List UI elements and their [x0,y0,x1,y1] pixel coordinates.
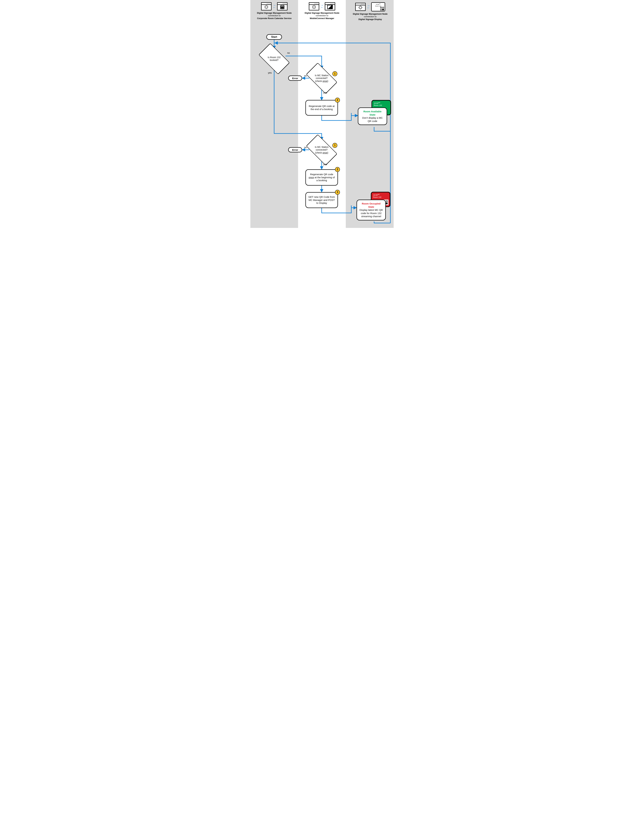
window-icon: ▢▢▢ [309,2,319,11]
header-line: Digital Signage Management Node [353,13,388,15]
header-line: Digital Signage Display [359,18,382,20]
header-line: connection to [268,14,281,17]
svg-rect-7 [380,7,382,8]
header-card-display: ▢▢▢ →← 10:00AM Room 132 Digital Signage … [351,2,390,21]
edge-label-yes: yes [268,71,272,74]
diagram-page: ▢▢▢ →← ▢▢▢ Digital Signage Management No… [250,0,394,228]
svg-rect-15 [386,201,388,202]
state-card-available: Room Available State Don’t display a MC … [358,107,387,125]
svg-rect-3 [283,7,284,8]
line: connected? [316,149,328,151]
badge-number: 1 [334,144,336,147]
line-underline: once [322,80,327,82]
screen-time-suffix: AM [378,194,380,195]
process-get-post: GET new QR Code from MC Manager and POST… [305,192,338,208]
qr-icon [380,7,384,11]
decision-mc-connected-1: Is MC Station connected? (check once) [308,68,336,89]
badge-number: 2 [337,99,338,101]
header-caption: Digital Signage Management Node connecti… [304,12,340,20]
svg-rect-12 [382,10,383,10]
svg-rect-2 [282,7,283,8]
screen-room: Room 132 [373,196,382,198]
calendar-icon [279,5,285,9]
display-preview-icon: 10:00AM Room 132 [371,2,385,11]
window-icon: ▢▢▢ [355,3,366,11]
header-line: Digital Signage Management Node [305,12,339,14]
line-underline: once [322,152,327,154]
svg-rect-5 [282,8,283,8]
header-line: connection to [364,15,376,18]
process-text: Regenerate QR code once at the beginning… [308,173,335,182]
process-text: GET new QR Code from MC Manager and POST… [308,196,335,205]
node-icon [358,5,363,10]
svg-rect-13 [383,10,384,10]
edge-label-no: no [304,146,307,149]
svg-rect-9 [380,9,382,10]
header-card-manager: ▢▢▢ →← ▢▢▢ Digital Signage Management No… [304,2,340,20]
decision-mc-connected-2: Is MC Station connected? (check once) [308,139,336,161]
state-title: Room Available State [360,110,384,116]
window-icon: ▢▢▢ [325,2,335,11]
terminator-label: Error [292,149,298,151]
svg-rect-19 [386,204,386,204]
sync-arrows-icon: →← [273,4,276,8]
node-icon [264,5,269,9]
process-regen-end: Regenerate QR code at the end of a booki… [305,100,338,116]
sync-arrows-icon: →← [320,4,324,8]
state-title: Room Occupied State [359,202,383,208]
line: (check [315,80,322,82]
node-icon [311,5,317,9]
window-icon: ▢▢▢ [261,2,271,11]
step-badge-1: 1 [333,71,337,76]
screen-time: 10:00 [373,194,378,196]
step-badge-2: 2 [335,167,340,172]
line: ) [327,80,328,82]
svg-rect-17 [386,203,386,203]
svg-rect-18 [387,203,388,203]
edge-label-no: no [304,74,307,77]
badge-number: 2 [337,168,338,171]
svg-rect-4 [281,8,282,8]
decision-text: Is MC Station connected? (check once) [308,68,336,89]
screen-time-suffix: AM [378,102,380,103]
header-caption: Digital Signage Management Node connecti… [351,13,390,21]
window-icon: ▢▢▢ [277,2,287,11]
svg-rect-10 [382,9,383,9]
terminator-label: Error [292,77,298,80]
badge-number: 1 [334,72,336,75]
edge-label-no: no [287,51,290,54]
svg-rect-1 [281,7,282,8]
decision-text: Is Room 132 booked? [260,48,288,69]
svg-rect-6 [283,8,284,8]
svg-rect-8 [383,7,384,8]
line: Is MC Station [315,74,328,77]
badge-number: 3 [337,191,338,194]
edge-label-yes: yes [323,163,327,166]
screen-time: 10:00 [376,4,379,5]
decision-text: Is MC Station connected? (check once) [308,139,336,161]
header-caption: Digital Signage Management Node connecti… [256,12,293,20]
svg-rect-20 [387,204,388,204]
header-line: MobileConnect Manager [310,17,334,20]
line: (check [315,152,322,154]
line: ) [327,152,328,154]
screen-time-suffix: AM [379,3,380,5]
sennheiser-icon [327,5,333,9]
step-badge-1: 1 [333,143,337,148]
header-line: Corporate Room Calendar Service [257,17,291,20]
terminator-error: Error [288,147,302,152]
line: Is MC Station [315,146,328,148]
screen-room: Room 132 [374,104,382,106]
state-body: Don’t display a MC QR code [360,116,384,123]
state-body: Display latest MC QR code for Room 132 s… [359,208,383,218]
decision-room-booked: Is Room 132 booked? [260,48,288,69]
terminator-start: Start [266,34,282,40]
process-text: Regenerate QR code at the end of a booki… [308,105,335,111]
state-card-occupied: Room Occupied State Display latest MC QR… [357,199,386,221]
step-badge-2: 2 [335,98,340,103]
terminator-label: Start [271,35,277,38]
screen-time: 10:00 [374,102,378,104]
header-card-calendar: ▢▢▢ →← ▢▢▢ Digital Signage Management No… [256,2,293,20]
header-line: connection to [316,14,328,17]
header-line: Digital Signage Management Node [257,12,291,14]
